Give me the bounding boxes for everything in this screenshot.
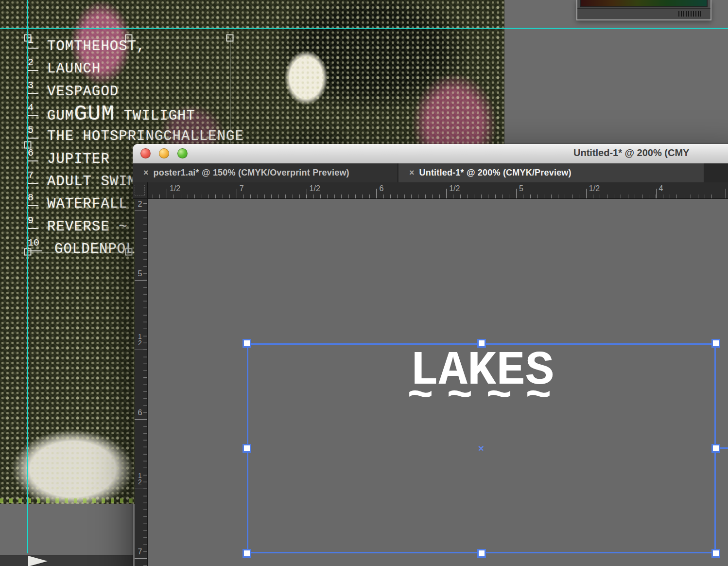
color-spectrum-bar[interactable] <box>580 0 708 7</box>
close-tab-icon[interactable]: × <box>409 163 415 182</box>
ruler-label: 5 <box>135 269 145 278</box>
anchor-handle[interactable] <box>226 35 234 42</box>
selection-handle-top-center[interactable] <box>477 339 486 348</box>
ruler-label: 6 <box>379 184 383 193</box>
color-panel-fragment <box>576 0 711 20</box>
close-button[interactable] <box>140 148 151 159</box>
ruler-label: 6 <box>135 408 145 417</box>
panel-resize-grip[interactable] <box>678 11 701 17</box>
guide-vertical[interactable] <box>27 0 28 553</box>
zoom-button[interactable] <box>177 148 188 159</box>
selection-handle-bottom-center[interactable] <box>477 549 486 558</box>
selection-handle-bottom-left[interactable] <box>243 549 251 558</box>
ruler-label: 1/2 <box>449 184 460 193</box>
tab-poster1[interactable]: ×poster1.ai* @ 150% (CMYK/Overprint Prev… <box>133 163 398 182</box>
selection-handle-bottom-right[interactable] <box>711 549 720 558</box>
ruler-major-ticks <box>148 189 728 198</box>
ruler-label: 7 <box>240 184 244 193</box>
ruler-label: 4 <box>659 184 663 193</box>
selection-handle-top-left[interactable] <box>243 339 251 348</box>
document-tab-bar: ×poster1.ai* @ 150% (CMYK/Overprint Prev… <box>133 163 728 182</box>
window-title-bar[interactable]: Untitled-1* @ 200% (CMY <box>133 144 728 164</box>
anchor-handle[interactable] <box>125 35 133 42</box>
ruler-label: 1/2 <box>589 184 600 193</box>
window-title: Untitled-1* @ 200% (CMY <box>573 147 689 159</box>
artboard-canvas[interactable]: LAKES ~~~~ × <box>148 199 728 566</box>
ruler-label: 5 <box>519 184 523 193</box>
illustrator-window: Untitled-1* @ 200% (CMY ×poster1.ai* @ 1… <box>133 144 728 566</box>
guide-horizontal[interactable] <box>0 28 728 29</box>
center-x-marker[interactable]: × <box>478 442 484 454</box>
panel-bottom-row <box>577 8 711 19</box>
tab-label: poster1.ai* @ 150% (CMYK/Overprint Previ… <box>154 168 349 177</box>
ruler-corner[interactable] <box>133 182 148 199</box>
ruler-major-ticks <box>135 199 147 566</box>
ruler-label: 2 <box>135 200 145 209</box>
tab-untitled1[interactable]: ×Untitled-1* @ 200% (CMYK/Preview) <box>399 163 704 182</box>
ruler-label: 1/2 <box>310 184 320 193</box>
anchor-handle[interactable] <box>125 248 133 256</box>
minimize-button[interactable] <box>159 148 169 159</box>
selection-handle-top-right[interactable] <box>711 339 720 348</box>
ruler-label: 1 2 <box>135 334 145 347</box>
ruler-label: 7 <box>135 548 145 556</box>
selection-handle-mid-right[interactable] <box>711 444 720 453</box>
horizontal-ruler[interactable]: 1/271/261/251/24 <box>148 182 728 199</box>
close-tab-icon[interactable]: × <box>143 163 149 182</box>
ruler-label: 1/2 <box>170 184 180 193</box>
ruler-label: 1 2 <box>135 473 145 486</box>
selection-handle-mid-left[interactable] <box>243 444 251 453</box>
tab-label: Untitled-1* @ 200% (CMYK/Preview) <box>419 168 572 177</box>
vertical-ruler[interactable]: 251 261 27 <box>135 199 148 566</box>
